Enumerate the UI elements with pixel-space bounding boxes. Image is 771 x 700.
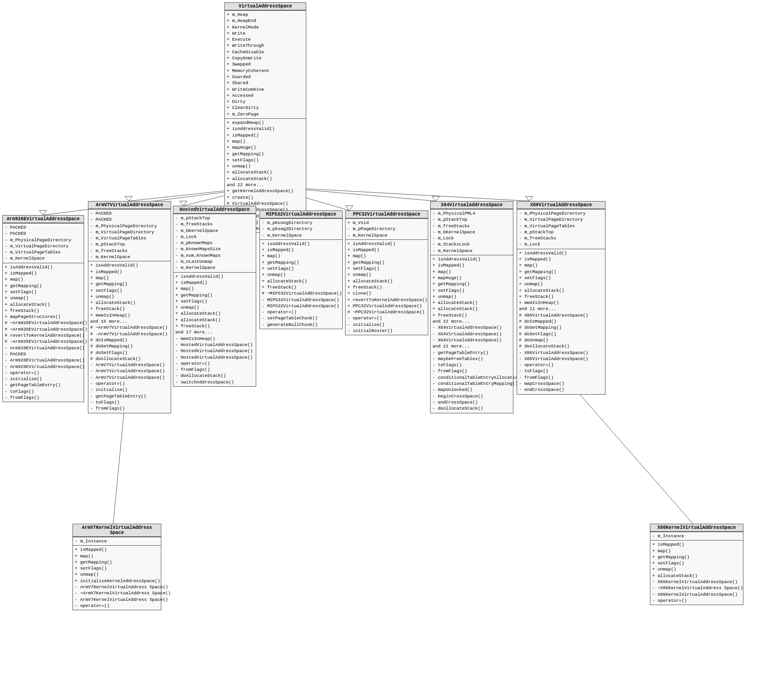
x64-methods: + isAddressValid() + isMapped() + map() … [431,255,513,412]
field-writecombine: + WriteCombine [227,87,304,93]
x86-kernel-title: X86KernelVirtualAddressSpace [650,524,743,532]
x64-fields: - m_PhysicalPML4 - m_pStackTop - m_freeS… [431,209,513,255]
method-maphuge: + mapHuge() [227,144,304,151]
armv7-kernel-title: ArmV7KernelVirtualAddress Space [73,524,161,537]
armv7-fields: - PACKED - PACKED - m_PhysicalPageDirect… [88,209,171,261]
armv7-title: ArmV7VirtualAddressSpace [88,202,171,209]
field-write: + Write [227,30,304,36]
x86-methods: + isAddressValid() + isMapped() + map() … [517,249,605,394]
method-and22more: and 22 more... [227,182,304,188]
field-cleardirty: + ClearDirty [227,105,304,111]
field-shared: + Shared [227,80,304,86]
svg-marker-9 [346,206,353,210]
ppc32-methods: + isAddressValid() + isMapped() + map() … [346,239,428,335]
armv7-methods: + isAddressValid() + isMapped() + map() … [88,261,171,412]
method-isaddressvalid: + isAddressValid() [227,126,304,132]
hosted-methods: + isAddressValid() + isMapped() + map() … [173,272,256,386]
method-getkerneladdressspace: + getKernelAddressSpace() [227,188,304,194]
mips32-methods: + isAddressValid() + isMapped() + map() … [260,239,342,329]
mips32-box: MIPS32VirtualAddressSpace - m_pKusegDire… [259,210,343,329]
svg-marker-11 [432,196,440,201]
field-copyonwrite: + CopyOnWrite [227,55,304,61]
method-allocatestack1: + allocateStack() [227,169,304,175]
svg-marker-1 [39,210,47,215]
svg-marker-13 [526,196,533,201]
svg-line-12 [276,187,529,201]
field-kernelmode: + KernelMode [227,24,304,30]
x86-fields: - m_PhysicalPageDirectory - m_VirtualPag… [517,209,605,249]
field-m_zeropage: + m_ZeroPage [227,111,304,117]
method-map: + map() [227,138,304,144]
x86-box: X86VirtualAddressSpace - m_PhysicalPageD… [517,201,605,395]
arm926e-methods: + isAddressValid() + isMapped() + map() … [3,263,84,402]
ppc32-fields: + m_Vsid - m_pPageDirectory - m_KernelSp… [346,218,428,239]
ppc32-box: PPC32VirtualAddressSpace + m_Vsid - m_pP… [345,210,428,335]
x86-kernel-methods: + isMapped() + map() + getMapping() + se… [650,540,743,605]
svg-marker-5 [180,201,187,206]
field-m_heapend: + m_HeapEnd [227,18,304,24]
method-setflags: + setFlags() [227,157,304,163]
field-writethrough: + WriteThrough [227,43,304,49]
field-memorycoherent: + MemoryCoherent [227,68,304,74]
hosted-box: HostedVirtualAddressSpace - m_pStackTop … [173,206,256,387]
hosted-fields: - m_pStackTop - m_freeStacks - m_bKernel… [173,214,256,272]
armv7-kernel-fields: - m_Instance [73,537,161,545]
arm926e-fields: - PACKED - PACKED - m_PhysicalPageDirect… [3,223,84,263]
x86-kernel-fields: - m_Instance [650,532,743,540]
method-create: + create() [227,195,304,201]
field-cachedisable: + CacheDisable [227,49,304,55]
mips32-title: MIPS32VirtualAddressSpace [260,211,342,218]
field-dirty: + Dirty [227,99,304,105]
x64-title: X64VirtualAddressSpace [431,202,513,209]
ppc32-title: PPC32VirtualAddressSpace [346,211,428,218]
virtual-address-space-box: VirtualAddressSpace + m_Heap + m_HeapEnd… [224,2,306,233]
method-expandheap: + expandHeap() [227,120,304,126]
arm926e-box: Arm926EVirtualAddressSpace - PACKED - PA… [2,215,84,402]
virtual-address-space-fields: + m_Heap + m_HeapEnd + KernelMode + Writ… [225,10,306,118]
field-guarded: + Guarded [227,74,304,80]
x64-box: X64VirtualAddressSpace - m_PhysicalPML4 … [430,201,513,413]
armv7-box: ArmV7VirtualAddressSpace - PACKED - PACK… [88,201,171,413]
mips32-fields: - m_pKusegDirectory - m_pkseg2Directory … [260,218,342,239]
field-execute: + Execute [227,36,304,43]
diagram-container: VirtualAddressSpace + m_Heap + m_HeapEnd… [0,0,771,700]
virtual-address-space-title: VirtualAddressSpace [225,3,306,10]
x86-kernel-box: X86KernelVirtualAddressSpace - m_Instanc… [650,524,743,605]
field-swapped: + Swapped [227,61,304,67]
field-accessed: + Accessed [227,93,304,99]
method-ismapped: + isMapped() [227,132,304,138]
field-m_heap: + m_Heap [227,12,304,18]
armv7-kernel-methods: + isMapped() + map() + getMapping() + se… [73,545,161,610]
armv7-kernel-box: ArmV7KernelVirtualAddress Space - m_Inst… [72,524,161,610]
svg-marker-3 [125,196,132,201]
method-allocatestack2: + allocateStack() [227,176,304,182]
arm926e-title: Arm926EVirtualAddressSpace [3,216,84,223]
method-getmapping: + getMapping() [227,151,304,157]
hosted-title: HostedVirtualAddressSpace [173,206,256,214]
x86-title: X86VirtualAddressSpace [517,202,605,209]
method-unmap: + unmap() [227,163,304,169]
